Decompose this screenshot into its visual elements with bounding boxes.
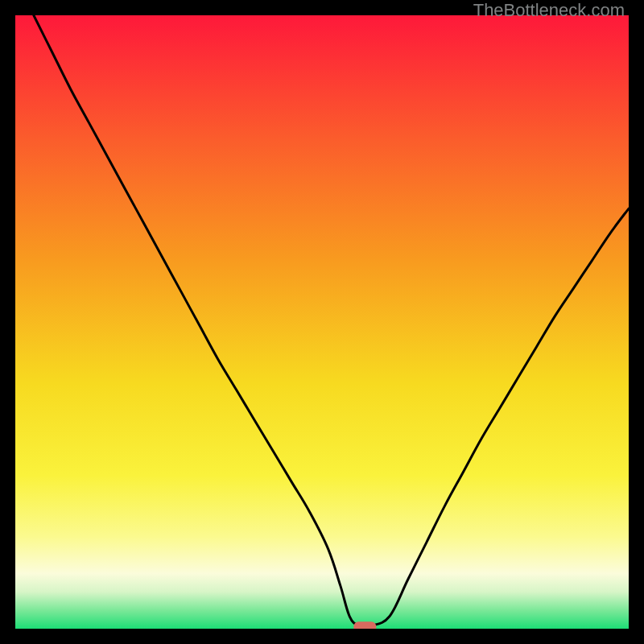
- bottleneck-chart: [15, 15, 629, 629]
- watermark-text: TheBottleneck.com: [473, 0, 625, 21]
- optimal-marker: [353, 621, 376, 629]
- chart-frame: TheBottleneck.com: [0, 0, 644, 644]
- plot-area: [15, 15, 629, 629]
